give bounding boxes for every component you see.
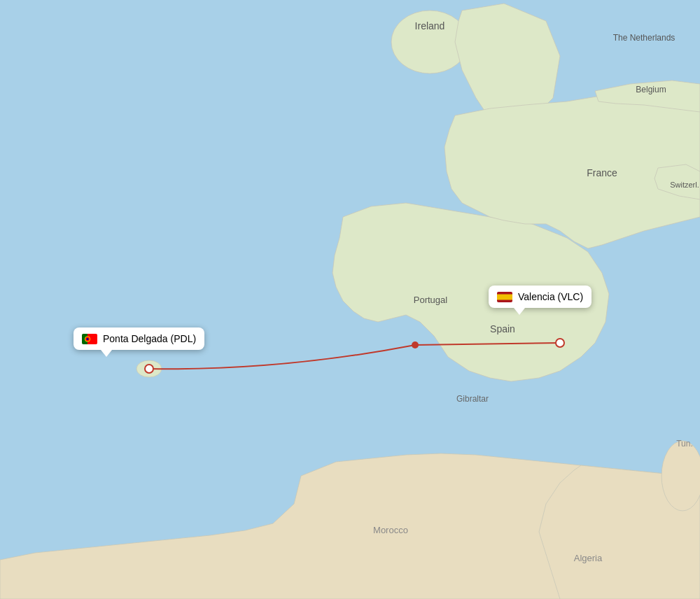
algeria-label: Algeria <box>574 553 603 563</box>
svg-rect-17 <box>497 294 512 300</box>
tunisia-label: Tun. <box>676 439 693 449</box>
portugal-flag <box>82 334 97 344</box>
morocco-label: Morocco <box>373 525 408 535</box>
vlc-dot <box>556 339 564 347</box>
vlc-label: Valencia (VLC) <box>489 286 592 308</box>
france-label: France <box>587 167 617 178</box>
svg-point-7 <box>662 441 700 511</box>
svg-point-15 <box>87 338 89 340</box>
waypoint-dot <box>412 341 419 348</box>
pdl-dot <box>145 365 153 373</box>
pdl-label-text: Ponta Delgada (PDL) <box>103 333 196 344</box>
gibraltar-label: Gibraltar <box>456 394 489 404</box>
pdl-label: Ponta Delgada (PDL) <box>74 327 204 350</box>
spain-label: Spain <box>490 323 515 334</box>
spain-flag <box>497 292 512 302</box>
vlc-label-text: Valencia (VLC) <box>518 291 583 302</box>
map-container: Ireland The Netherlands Belgium France S… <box>0 0 700 599</box>
switzerland-label: Switzerl. <box>670 181 699 189</box>
portugal-label: Portugal <box>414 295 448 305</box>
map-svg: Ireland The Netherlands Belgium France S… <box>0 0 700 599</box>
belgium-label: Belgium <box>636 85 666 94</box>
netherlands-label: The Netherlands <box>613 33 676 43</box>
ireland-label: Ireland <box>415 20 445 31</box>
